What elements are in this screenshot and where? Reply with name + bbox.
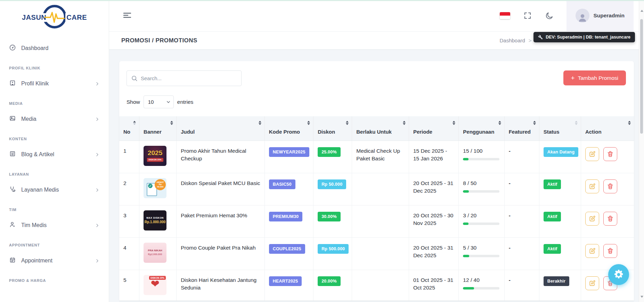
column-header-status[interactable]: Status: [539, 116, 581, 141]
language-flag-button[interactable]: [500, 12, 510, 19]
brand-logo[interactable]: JASUNCARE: [0, 0, 109, 35]
sidebar-item-label: Blog & Artikel: [21, 151, 89, 158]
sort-icons: [133, 121, 136, 125]
settings-fab[interactable]: [608, 264, 629, 285]
edit-button[interactable]: [585, 179, 599, 193]
scroll-down-arrow[interactable]: [641, 296, 643, 298]
column-header-judul[interactable]: Judul: [177, 116, 265, 141]
sidebar-item-dashboard[interactable]: Dashboard: [0, 41, 109, 56]
sort-icons: [170, 121, 173, 125]
usage-progress-fill: [463, 158, 468, 160]
fullscreen-button[interactable]: [523, 11, 532, 20]
edit-button[interactable]: [585, 212, 599, 226]
page-size-select[interactable]: 10: [144, 95, 174, 108]
entries-label: entries: [177, 99, 194, 105]
column-header-kode-promo[interactable]: Kode Promo: [264, 116, 313, 141]
usage-progress-track: [463, 255, 499, 257]
plus-icon: +: [571, 75, 575, 81]
edit-icon: [589, 215, 596, 222]
sort-icons: [453, 121, 455, 125]
status-badge: Berakhir: [544, 276, 569, 286]
column-header-periode[interactable]: Periode: [409, 116, 458, 141]
edit-button[interactable]: [585, 244, 599, 258]
featured-value: -: [504, 237, 539, 270]
promo-code-badge: BASIC50: [269, 179, 295, 189]
period: 15 Dec 2025 - 15 Jan 2026: [409, 141, 458, 173]
applies-to: Medical Check Up Paket Basic: [352, 141, 409, 173]
promo-banner-thumbnail[interactable]: MAX DISKONRp.1.000.000: [144, 210, 166, 230]
usage-progress-track: [463, 158, 499, 160]
medical-team-icon: [9, 221, 16, 229]
column-header-banner[interactable]: Banner: [139, 116, 177, 141]
page-title: PROMOSI / PROMOTIONS: [121, 37, 197, 44]
search-wrap: [127, 70, 242, 86]
edit-button[interactable]: [585, 147, 599, 161]
usage-progress-track: [463, 190, 499, 193]
hamburger-menu-icon[interactable]: [121, 10, 133, 22]
add-promotion-button[interactable]: + Tambah Promosi: [563, 70, 626, 85]
delete-button[interactable]: [603, 244, 617, 258]
banner-text: MAX DISKON: [146, 217, 164, 219]
breadcrumb-dashboard[interactable]: Dashboard: [499, 37, 525, 43]
promo-banner-thumbnail[interactable]: 2025DISKON 25%: [144, 146, 166, 166]
column-header-penggunaan[interactable]: Penggunaan: [459, 116, 504, 141]
heartbeat-icon: [44, 9, 65, 24]
dark-mode-toggle[interactable]: [545, 11, 554, 20]
scroll-up-arrow[interactable]: [641, 10, 643, 12]
delete-button[interactable]: [603, 147, 617, 161]
indonesia-flag-icon: [500, 12, 510, 19]
moon-icon: [545, 11, 554, 20]
banner-text: HEMAT Rp 50.000: [155, 179, 166, 190]
article-icon: [9, 150, 16, 159]
promo-title: Paket Premium Hemat 30%: [177, 205, 265, 237]
usage-text: 8 / 50: [463, 180, 476, 186]
clinic-building-icon: [9, 79, 16, 88]
user-icon: [577, 12, 588, 23]
column-header-diskon[interactable]: Diskon: [313, 116, 352, 141]
column-header-no[interactable]: No: [119, 116, 139, 141]
promo-banner-thumbnail[interactable]: HEMAT Rp 50.000: [144, 178, 166, 198]
sort-icons: [533, 121, 536, 125]
sidebar-item-appointment[interactable]: Appointment: [0, 253, 109, 268]
sidebar-item-layanan-medis[interactable]: Layanan Medis: [0, 183, 109, 197]
sidebar-item-blog-artikel[interactable]: Blog & Artikel: [0, 147, 109, 162]
applies-to: [352, 270, 409, 301]
sidebar-item-media[interactable]: Media: [0, 112, 109, 126]
calendar-icon: [9, 257, 16, 265]
usage-text: 12 / 40: [463, 277, 479, 283]
delete-button[interactable]: [603, 179, 617, 193]
sort-icons: [346, 121, 349, 125]
sidebar-item-profil-klinik[interactable]: Profil Klinik: [0, 76, 109, 91]
dev-tooltip-text: DEV: Superadmin | DB: tenant_jasuncare: [546, 35, 630, 40]
usage-text: 15 / 100: [463, 148, 482, 154]
promo-code-badge: PREMIUM30: [269, 212, 303, 221]
scrollbar-thumb[interactable]: [640, 19, 643, 134]
promo-title: Diskon Hari Kesehatan Jantung Sedunia: [177, 270, 265, 301]
chevron-right-icon: [95, 223, 100, 228]
edit-button[interactable]: [585, 276, 599, 290]
dashboard-gauge-icon: [9, 44, 16, 52]
column-header-featured[interactable]: Featured: [504, 116, 539, 141]
delete-button[interactable]: [603, 212, 617, 226]
page-scrollbar[interactable]: [639, 0, 644, 302]
promo-title: Promo Akhir Tahun Medical Checkup: [177, 141, 265, 173]
trash-icon: [607, 248, 614, 254]
usage-text: 5 / 30: [463, 245, 476, 251]
column-header-action[interactable]: Action: [581, 116, 634, 141]
sidebar-item-tim-medis[interactable]: Tim Medis: [0, 218, 109, 233]
trash-icon: [607, 183, 614, 190]
search-input[interactable]: [127, 70, 242, 86]
promo-banner-thumbnail[interactable]: PRA NIKAHRp2.000.000: [144, 243, 166, 263]
table-header-row: No Banner Judul Kode Promo Diskon Berlak…: [119, 116, 634, 141]
promo-banner-thumbnail[interactable]: DISKON 20%: [144, 275, 166, 295]
sidebar-section-label: KONTEN: [0, 137, 109, 141]
page-size-row: Show 10 entries: [119, 95, 634, 108]
discount-badge: Rp 500.000: [318, 244, 349, 254]
chevron-right-icon: [95, 187, 100, 193]
banner-text: DISKON 25%: [147, 158, 163, 162]
promo-code-badge: NEWYEAR2025: [269, 147, 309, 157]
column-header-berlaku-untuk[interactable]: Berlaku Untuk: [352, 116, 409, 141]
sidebar-item-label: Appointment: [21, 258, 89, 264]
breadcrumb-separator: >: [529, 37, 532, 43]
user-menu[interactable]: Superadmin: [566, 0, 634, 31]
